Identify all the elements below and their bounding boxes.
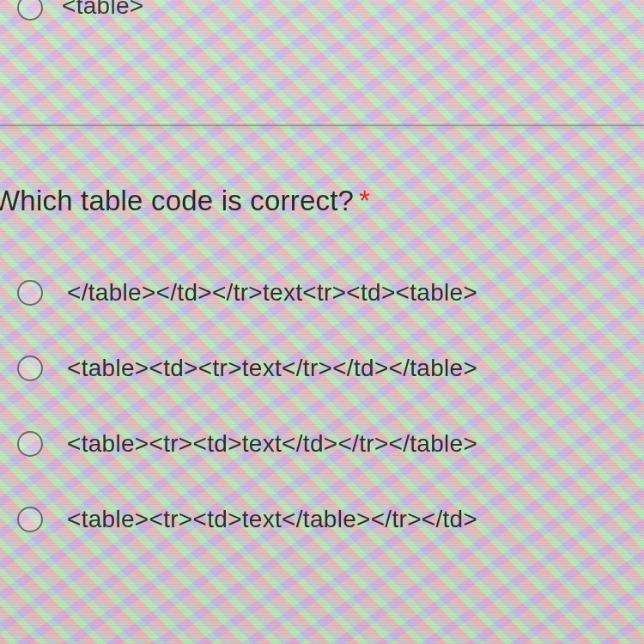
radio-icon[interactable] bbox=[17, 355, 43, 381]
option-label: <table><td><tr>text</tr></td></table> bbox=[67, 355, 477, 382]
question-text: Which table code is correct? bbox=[0, 185, 354, 216]
option-row[interactable]: </table></td></tr>text<tr><td><table> bbox=[17, 279, 644, 307]
radio-icon[interactable] bbox=[17, 507, 43, 532]
radio-icon[interactable] bbox=[17, 280, 43, 306]
question-title: Which table code is correct?* bbox=[0, 185, 644, 217]
option-label: <table><tr><td>text</table></tr></td> bbox=[67, 506, 477, 533]
question-divider bbox=[0, 125, 644, 126]
radio-icon[interactable] bbox=[17, 431, 43, 457]
radio-icon[interactable] bbox=[17, 0, 43, 21]
question-block: Which table code is correct?* </table></… bbox=[0, 185, 644, 533]
required-asterisk: * bbox=[359, 185, 370, 216]
option-label: </table></td></tr>text<tr><td><table> bbox=[67, 279, 477, 307]
option-row[interactable]: <table><tr><td>text</td></tr></table> bbox=[17, 430, 644, 458]
form-content: <table> Which table code is correct?* </… bbox=[0, 0, 644, 533]
option-row[interactable]: <table><tr><td>text</table></tr></td> bbox=[17, 506, 644, 533]
option-label: <table> bbox=[62, 0, 144, 20]
options-list: </table></td></tr>text<tr><td><table> <t… bbox=[0, 279, 644, 533]
option-label: <table><tr><td>text</td></tr></table> bbox=[67, 430, 477, 458]
option-row[interactable]: <table><td><tr>text</tr></td></table> bbox=[17, 355, 644, 382]
previous-question-fragment: <table> bbox=[0, 0, 644, 34]
